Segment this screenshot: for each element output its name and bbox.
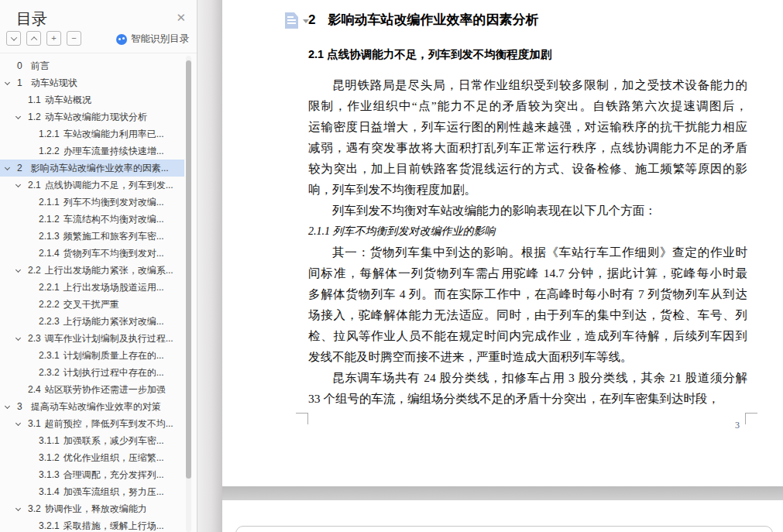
toc-item-label: 协调作业，释放改编能力 <box>45 503 147 514</box>
chevron-down-icon <box>10 34 16 40</box>
toc-item-3-1[interactable]: 3.1超前预控，降低列车到发不均... <box>0 415 184 432</box>
toc-item-2-2-2[interactable]: 2.2.2交叉干扰严重 <box>0 296 184 313</box>
toc-item-number: 3.2.1 <box>39 520 60 531</box>
toc-item-2-1-1[interactable]: 2.1.1列车不均衡到发对改编... <box>0 194 184 211</box>
toc-item-2-1-3[interactable]: 2.1.3频繁施工和旅客列车密... <box>0 228 184 245</box>
chevron-down-icon[interactable] <box>15 267 21 273</box>
body-text-line: 列车到发不均衡对车站改编能力的影响表现在以下几个方面： <box>308 200 747 221</box>
body-text-line: 较为突出，加上目前铁路客货混线运行的方式、设备检修、施工频繁等原因的影 <box>308 158 747 179</box>
chevron-down-icon[interactable] <box>5 165 10 170</box>
toc-item-number: 3.2 <box>28 503 41 514</box>
toc-item-label: 调车作业计划编制及执行过程... <box>45 333 173 344</box>
toc-item-label: 提高动车站改编作业效率的对策 <box>31 401 161 412</box>
toc-item-number: 2 <box>17 163 22 173</box>
page-left-shadow <box>198 0 222 532</box>
toc-panel: 目录 ✕ + − 智能识别目录 0前言1动车站现状1.1动车站概况1.2动车站改… <box>0 0 197 532</box>
toc-item-label: 交叉干扰严重 <box>64 299 119 310</box>
document-page[interactable]: 2影响动车站改编作业效率的因素分析2.1 点线协调能力不足，列车到发不均衡程度加… <box>222 0 783 486</box>
toc-item-label: 超前预控，降低列车到发不均... <box>45 418 173 429</box>
page-gap <box>222 486 783 500</box>
text-boundary-mark-left <box>296 413 308 424</box>
toc-item-number: 2.3.1 <box>39 350 60 361</box>
toc-item-1[interactable]: 1动车站现状 <box>0 74 184 91</box>
body-text-line: 限制，作业组织中“点”能力不足的矛盾较为突出。自铁路第六次提速调图后， <box>308 95 747 116</box>
toc-item-label: 车站改编能力利用率已... <box>64 129 164 139</box>
toc-item-3-1-2[interactable]: 3.1.2优化作业组织，压缩繁... <box>0 449 184 466</box>
toc-item-label: 列车不均衡到发对改编... <box>64 197 164 208</box>
chevron-down-icon[interactable] <box>5 403 10 409</box>
body-text-line: 昆明铁路局是尽头局，日常作业组织受到较多限制，加之受技术设备能力的 <box>308 74 747 95</box>
toc-item-number: 2.2.3 <box>39 316 60 327</box>
chevron-down-icon[interactable] <box>15 182 21 187</box>
toc-item-0[interactable]: 0前言 <box>0 57 184 74</box>
toc-item-label: 采取措施，缓解上行场... <box>64 520 164 531</box>
expand-level-button[interactable]: + <box>46 31 61 46</box>
sidebar-scrollbar-thumb[interactable] <box>186 60 191 479</box>
collapse-level-button[interactable]: − <box>67 31 81 46</box>
toc-item-label: 动车站概况 <box>45 94 91 105</box>
body-text-line: 其一：货物列车集中到达的影响。根据《车站行车工作细则》查定的作业时 <box>308 242 747 263</box>
toc-item-3[interactable]: 3提高动车站改编作业效率的对策 <box>0 398 184 415</box>
toc-item-3-1-4[interactable]: 3.1.4加强车流组织，努力压... <box>0 483 184 500</box>
plus-icon: + <box>51 33 56 43</box>
chevron-down-icon[interactable] <box>15 335 21 341</box>
toc-toolbar: + − <box>6 31 81 46</box>
toc-item-2-3[interactable]: 2.3调车作业计划编制及执行过程... <box>0 330 184 347</box>
toc-item-label: 频繁施工和旅客列车密... <box>64 231 164 242</box>
toc-item-3-2-1[interactable]: 3.2.1采取措施，缓解上行场... <box>0 517 184 532</box>
body-text-line: 33 个组号的车流，编组场分类线不足的矛盾十分突出，在列车密集到达时段， <box>308 388 747 409</box>
toc-item-label: 车流结构不均衡对改编... <box>64 214 164 225</box>
toc-item-2-4[interactable]: 2.4站区联劳协作还需进一步加强 <box>0 381 184 398</box>
body-text-line: 减弱，遇有突发事故将大面积打乱列车正常运行秩序，点线协调能力不足的矛盾 <box>308 137 747 158</box>
toc-item-number: 3.1 <box>28 418 41 429</box>
toc-item-number: 3.1.3 <box>39 469 60 480</box>
chevron-down-icon[interactable] <box>5 80 10 85</box>
toc-item-2-3-1[interactable]: 2.3.1计划编制质量上存在的... <box>0 347 184 364</box>
page-content: 2影响动车站改编作业效率的因素分析2.1 点线协调能力不足，列车到发不均衡程度加… <box>308 11 747 409</box>
toc-item-2-1[interactable]: 2.1点线协调能力不足，列车到发... <box>0 177 184 194</box>
toc-item-2-1-2[interactable]: 2.1.2车流结构不均衡对改编... <box>0 211 184 228</box>
toc-item-3-1-3[interactable]: 3.1.3合理调配，充分发挥列... <box>0 466 184 483</box>
chevron-down-icon[interactable] <box>15 114 21 119</box>
body-text-line: 昆东调车场共有 24 股分类线，扣修车占用 3 股分类线，其余 21 股道须分解 <box>308 367 747 388</box>
toc-item-2[interactable]: 2影响动车站改编作业效率的因素... <box>0 160 184 177</box>
toc-item-3-2[interactable]: 3.2协调作业，释放改编能力 <box>0 500 184 517</box>
body-text-line: 场接入，驼峰解体能力无法适应。同时，由于列车的集中到达，货检、车号、列 <box>308 304 747 325</box>
expand-all-button[interactable] <box>26 31 41 46</box>
toc-item-1-2[interactable]: 1.2动车站改编能力现状分析 <box>0 108 184 125</box>
toc-item-2-3-2[interactable]: 2.3.2计划执行过程中存在的... <box>0 364 184 381</box>
collapse-all-button[interactable] <box>6 31 21 46</box>
toc-item-label: 货物列车不均衡到发对... <box>64 248 164 259</box>
subsubsection-heading: 2.1.1 列车不均衡到发对改编作业的影响 <box>308 221 747 242</box>
toc-item-number: 2.1.4 <box>39 248 60 259</box>
toc-item-number: 2.1.3 <box>39 231 60 242</box>
toc-item-1-2-2[interactable]: 1.2.2办理车流量持续快速增... <box>0 142 184 160</box>
toc-item-2-2[interactable]: 2.2上行出发场能力紧张，改编系... <box>0 262 184 279</box>
toc-item-label: 上行出发场能力紧张，改编系... <box>45 265 173 276</box>
toc-item-number: 1.2 <box>28 112 41 122</box>
floating-bar[interactable] <box>235 526 773 532</box>
chevron-down-icon[interactable] <box>15 420 21 426</box>
toc-item-label: 上行出发场场股道运用... <box>64 282 164 293</box>
toc-item-2-2-3[interactable]: 2.2.3上行场能力紧张对改编... <box>0 313 184 330</box>
toc-item-3-1-1[interactable]: 3.1.1加强联系，减少列车密... <box>0 432 184 449</box>
body-text-line: 发线不能及时腾空而接不进来，严重时造成大面积列车等线。 <box>308 346 747 367</box>
toc-item-number: 2.3 <box>28 333 41 344</box>
toc-tree: 0前言1动车站现状1.1动车站概况1.2动车站改编能力现状分析1.2.1车站改编… <box>0 57 184 532</box>
toc-item-label: 前言 <box>31 60 50 71</box>
toc-item-label: 加强联系，减少列车密... <box>64 435 164 446</box>
toc-item-2-1-4[interactable]: 2.1.4货物列车不均衡到发对... <box>0 245 184 262</box>
toc-item-1-1[interactable]: 1.1动车站概况 <box>0 91 184 108</box>
toc-item-2-2-1[interactable]: 2.2.1上行出发场场股道运用... <box>0 279 184 296</box>
toc-item-1-2-1[interactable]: 1.2.1车站改编能力利用率已... <box>0 125 184 142</box>
toc-item-number: 1.2.1 <box>39 129 60 139</box>
body-text-line: 间标准，每解体一列货物列车需占用驼峰 14.7 分钟，据此计算，驼峰每小时最 <box>308 263 747 283</box>
close-icon[interactable]: ✕ <box>176 11 186 25</box>
chevron-down-icon[interactable] <box>15 506 21 511</box>
toc-item-number: 2.1.2 <box>39 214 60 225</box>
toc-item-label: 站区联劳协作还需进一步加强 <box>45 384 166 395</box>
body-text-line: 运输密度日益增大，列车运行图的刚性越来越强，对运输秩序的抗干扰能力相应 <box>308 116 747 137</box>
heading-doc-icon[interactable] <box>285 12 298 29</box>
toc-item-number: 2.3.2 <box>39 367 60 378</box>
smart-toc-button[interactable]: 智能识别目录 <box>116 33 189 46</box>
